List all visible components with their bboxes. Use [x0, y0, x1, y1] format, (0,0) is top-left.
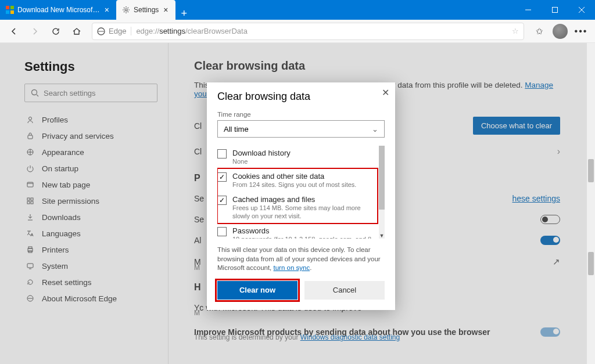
search-icon: [31, 89, 39, 97]
close-icon[interactable]: ×: [103, 5, 110, 15]
avatar: [553, 24, 568, 39]
sidebar-item-privacy[interactable]: Privacy and services: [24, 128, 157, 144]
favorites-button[interactable]: ✩: [530, 22, 549, 41]
svg-rect-19: [27, 201, 30, 204]
svg-rect-13: [28, 135, 33, 139]
sidebar-item-about[interactable]: About Microsoft Edge: [24, 290, 157, 307]
item-desc: From 124 sites. Signs you out of most si…: [232, 181, 356, 189]
sidebar-item-reset[interactable]: Reset settings: [24, 274, 157, 290]
settings-sidebar: Settings Profiles Privacy and services A…: [0, 43, 169, 364]
window-controls: [515, 0, 595, 20]
dialog-close-button[interactable]: ✕: [382, 87, 389, 98]
svg-point-10: [32, 90, 37, 95]
sidebar-item-system[interactable]: System: [24, 258, 157, 274]
turn-on-sync-link[interactable]: turn on sync: [274, 264, 310, 271]
forward-button[interactable]: [26, 22, 44, 41]
printer-icon: [26, 246, 35, 254]
these-settings-link[interactable]: hese settings: [512, 194, 561, 203]
svg-point-4: [125, 9, 127, 11]
sidebar-item-permissions[interactable]: Site permissions: [24, 193, 157, 209]
search-input[interactable]: [44, 89, 151, 98]
svg-rect-22: [28, 247, 32, 248]
sidebar-item-startup[interactable]: On startup: [24, 160, 157, 176]
scroll-down-icon[interactable]: ▼: [379, 233, 385, 239]
new-tab-button[interactable]: +: [175, 8, 193, 20]
page-scrollbar[interactable]: [587, 43, 595, 364]
sidebar-item-label: Profiles: [42, 116, 68, 124]
tab-settings[interactable]: Settings ×: [116, 0, 175, 20]
clear-item-passwords[interactable]: Passwords10 passwords (for 10.1.2.158, g…: [217, 224, 378, 239]
svg-rect-3: [10, 10, 14, 14]
checkbox[interactable]: [217, 172, 227, 182]
window-titlebar: Download New Microsoft Edge | × Settings…: [0, 0, 595, 20]
toggle-defender[interactable]: [540, 236, 560, 245]
address-bar[interactable]: Edge edge://settings/clearBrowserData ☆: [92, 23, 524, 40]
select-value: All time: [224, 125, 249, 134]
dialog-title: Clear browsing data: [217, 91, 385, 103]
power-icon: [26, 164, 35, 172]
toggle-dnt[interactable]: [540, 215, 560, 224]
sidebar-item-appearance[interactable]: Appearance: [24, 144, 157, 160]
item-desc: Frees up 114 MB. Some sites may load mor…: [232, 204, 378, 221]
svg-rect-2: [6, 10, 9, 14]
minimize-button[interactable]: [515, 0, 542, 20]
maximize-button[interactable]: [542, 0, 568, 20]
row-label: Cl: [194, 147, 202, 156]
sidebar-item-label: Reset settings: [42, 278, 92, 287]
favorite-star-icon[interactable]: ☆: [512, 27, 519, 35]
person-icon: [26, 116, 35, 124]
close-window-button[interactable]: [568, 0, 595, 20]
back-button[interactable]: [5, 22, 23, 41]
time-range-select[interactable]: All time ⌄: [217, 120, 385, 138]
diagnostic-link[interactable]: Windows diagnostic data setting: [300, 333, 400, 341]
sidebar-item-label: Downloads: [42, 213, 81, 222]
newtab-icon: [26, 181, 35, 189]
sidebar-item-label: Languages: [42, 229, 81, 238]
sidebar-title: Settings: [24, 59, 157, 74]
sidebar-item-label: New tab page: [42, 181, 90, 189]
home-button[interactable]: [67, 22, 86, 41]
close-icon[interactable]: ×: [162, 5, 169, 15]
clear-browsing-data-dialog: ✕ Clear browsing data Time range All tim…: [207, 82, 395, 310]
more-menu-button[interactable]: •••: [572, 22, 590, 41]
sidebar-item-label: On startup: [42, 164, 78, 173]
edge-icon: [26, 294, 35, 302]
page-heading: Clear browsing data: [194, 59, 560, 73]
time-range-label: Time range: [217, 111, 385, 118]
row-label: Al: [194, 236, 201, 245]
svg-line-11: [37, 95, 38, 96]
svg-rect-0: [6, 6, 9, 9]
sidebar-item-newtab[interactable]: New tab page: [24, 176, 157, 193]
clear-item-cache[interactable]: Cached images and filesFrees up 114 MB. …: [217, 192, 378, 224]
sidebar-item-languages[interactable]: Languages: [24, 225, 157, 242]
refresh-button[interactable]: [46, 22, 65, 41]
svg-rect-15: [27, 182, 33, 187]
tab-download-edge[interactable]: Download New Microsoft Edge | ×: [0, 0, 116, 20]
scroll-thumb[interactable]: [379, 146, 385, 210]
search-settings[interactable]: [24, 84, 157, 102]
clear-now-button[interactable]: Clear now: [217, 281, 298, 300]
tabs-strip: Download New Microsoft Edge | × Settings…: [0, 0, 515, 20]
svg-rect-24: [27, 264, 33, 268]
browser-toolbar: Edge edge://settings/clearBrowserData ☆ …: [0, 20, 595, 43]
sidebar-item-downloads[interactable]: Downloads: [24, 209, 157, 225]
toggle-diagnostic[interactable]: [540, 327, 560, 337]
item-desc: None: [232, 157, 291, 165]
cancel-button[interactable]: Cancel: [304, 281, 385, 300]
clear-item-cookies[interactable]: Cookies and other site dataFrom 124 site…: [217, 169, 378, 192]
svg-rect-1: [10, 6, 14, 9]
choose-what-to-clear-button[interactable]: Choose what to clear: [473, 117, 560, 135]
checkbox[interactable]: [217, 149, 227, 158]
checkbox[interactable]: [217, 227, 227, 236]
checkbox[interactable]: [217, 196, 227, 205]
edge-icon: [97, 27, 105, 35]
dialog-buttons: Clear now Cancel: [217, 281, 385, 300]
sidebar-item-label: Appearance: [42, 148, 84, 157]
sidebar-item-label: Privacy and services: [42, 132, 114, 140]
profile-button[interactable]: [551, 22, 569, 41]
sidebar-item-profiles[interactable]: Profiles: [24, 111, 157, 128]
sidebar-item-printers[interactable]: Printers: [24, 242, 157, 258]
clear-item-download-history[interactable]: Download historyNone: [217, 146, 378, 168]
row-label: Se: [194, 194, 204, 203]
row-label: Cl: [194, 121, 202, 131]
